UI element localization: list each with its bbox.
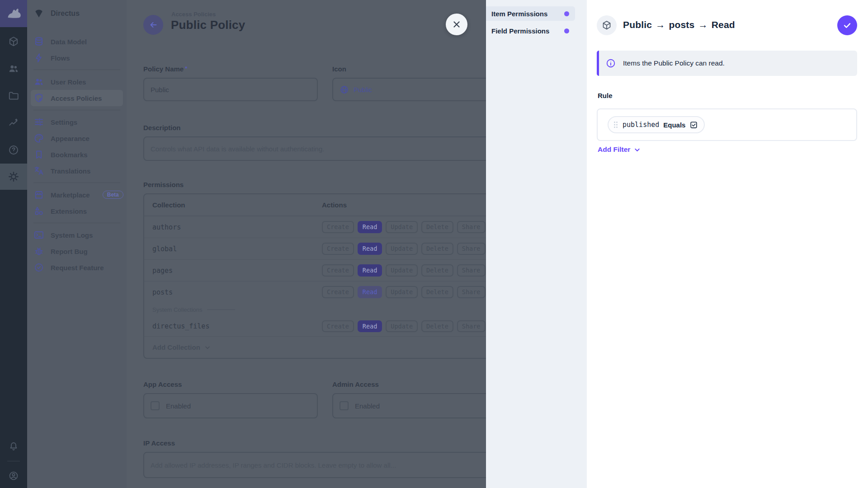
- nav-item-flows[interactable]: Flows: [27, 50, 127, 66]
- update-toggle[interactable]: Update: [386, 221, 418, 233]
- delete-toggle[interactable]: Delete: [421, 264, 453, 276]
- delete-toggle[interactable]: Delete: [421, 286, 453, 298]
- delete-toggle[interactable]: Delete: [421, 320, 453, 332]
- save-button[interactable]: [837, 15, 857, 35]
- tab-field-permissions[interactable]: Field Permissions: [486, 23, 575, 38]
- update-toggle[interactable]: Update: [386, 264, 418, 276]
- collection-name: authors: [152, 223, 322, 231]
- read-toggle[interactable]: Read: [358, 264, 382, 276]
- back-button[interactable]: [143, 15, 163, 35]
- module-content[interactable]: [0, 28, 27, 55]
- create-toggle[interactable]: Create: [322, 320, 354, 332]
- bolt-icon: [33, 52, 44, 63]
- directus-logo[interactable]: [0, 0, 27, 27]
- app-access-label: App Access: [143, 380, 182, 388]
- ip-access-field[interactable]: [143, 452, 506, 478]
- filter-field[interactable]: published: [623, 121, 659, 129]
- nav-item-request-feature[interactable]: Request Feature: [27, 259, 127, 276]
- shield-policy-icon: [33, 93, 44, 103]
- create-toggle[interactable]: Create: [322, 286, 354, 298]
- shapes-icon: [33, 206, 44, 216]
- drawer-title-collection: posts: [669, 19, 694, 30]
- description-field[interactable]: [143, 136, 506, 161]
- insights-icon: [8, 117, 19, 129]
- ip-access-label: IP Access: [143, 439, 175, 447]
- filter-operator[interactable]: Equals: [663, 121, 685, 129]
- checked-checkbox-icon[interactable]: [689, 121, 698, 129]
- add-collection-button[interactable]: Add Collection: [144, 336, 505, 358]
- notifications-button[interactable]: [0, 433, 27, 460]
- nav-item-system-logs[interactable]: System Logs: [27, 227, 127, 243]
- nav-item-label: System Logs: [51, 231, 93, 239]
- update-toggle[interactable]: Update: [386, 286, 418, 298]
- module-users[interactable]: [0, 55, 27, 82]
- filter-pill[interactable]: published Equals: [608, 116, 705, 133]
- icon-field[interactable]: Public: [332, 78, 507, 101]
- project-chooser[interactable]: Directus: [27, 0, 127, 27]
- drag-handle-icon[interactable]: [613, 121, 618, 129]
- policy-name-input[interactable]: [151, 79, 311, 100]
- collection-name: pages: [152, 267, 322, 275]
- nav-item-appearance[interactable]: Appearance: [27, 130, 127, 146]
- nav-item-translations[interactable]: Translations: [27, 163, 127, 179]
- module-files[interactable]: [0, 82, 27, 109]
- module-insights[interactable]: [0, 109, 27, 136]
- module-list: [0, 28, 27, 190]
- create-toggle[interactable]: Create: [322, 221, 354, 233]
- read-toggle[interactable]: Read: [358, 320, 382, 332]
- ip-access-input[interactable]: [151, 453, 499, 477]
- nav-item-data-model[interactable]: Data Model: [27, 33, 127, 50]
- nav-panel: Directus Data Model Flows User Roles Acc…: [27, 0, 127, 488]
- nav-item-access-policies[interactable]: Access Policies: [31, 90, 123, 106]
- nav-item-label: Extensions: [51, 207, 87, 215]
- project-wedge-icon: [33, 8, 44, 19]
- tab-item-permissions[interactable]: Item Permissions: [486, 6, 575, 21]
- nav-item-settings[interactable]: Settings: [27, 114, 127, 130]
- create-toggle[interactable]: Create: [322, 243, 354, 254]
- app-access-checkbox[interactable]: [151, 401, 160, 410]
- drawer-close-button[interactable]: [446, 14, 467, 35]
- breadcrumb[interactable]: Access Policies: [171, 11, 216, 18]
- nav-item-bookmarks[interactable]: Bookmarks: [27, 146, 127, 163]
- share-toggle[interactable]: Share: [457, 264, 486, 276]
- module-bar-bottom: [0, 433, 27, 488]
- update-toggle[interactable]: Update: [386, 320, 418, 332]
- nav-item-marketplace[interactable]: Marketplace Beta: [27, 187, 127, 203]
- nav-item-report-bug[interactable]: Report Bug: [27, 243, 127, 259]
- table-row-posts: posts Create Read Update Delete Share: [144, 281, 505, 303]
- tune-icon: [33, 117, 44, 127]
- action-toggles: Create Read Update Delete Share: [322, 243, 486, 254]
- module-help[interactable]: [0, 136, 27, 164]
- share-toggle[interactable]: Share: [457, 243, 486, 254]
- module-settings[interactable]: [0, 164, 27, 190]
- info-banner-text: Items the Public Policy can read.: [623, 59, 725, 67]
- delete-toggle[interactable]: Delete: [421, 221, 453, 233]
- delete-toggle[interactable]: Delete: [421, 243, 453, 254]
- badge-check-icon: [33, 262, 44, 273]
- nav-item-extensions[interactable]: Extensions: [27, 203, 127, 219]
- read-toggle-editing[interactable]: Read: [358, 286, 382, 298]
- share-toggle[interactable]: Share: [457, 221, 486, 233]
- info-icon: [606, 58, 616, 68]
- policy-name-field[interactable]: [143, 78, 318, 101]
- close-icon: [452, 19, 462, 29]
- update-toggle[interactable]: Update: [386, 243, 418, 254]
- share-toggle[interactable]: Share: [457, 286, 486, 298]
- drawer-sidebar: Item Permissions Field Permissions: [486, 0, 587, 488]
- box-icon: [8, 36, 19, 47]
- nav-list: Data Model Flows User Roles Access Polic…: [27, 27, 127, 276]
- create-toggle[interactable]: Create: [322, 264, 354, 276]
- read-toggle[interactable]: Read: [358, 243, 382, 254]
- storefront-icon: [33, 189, 44, 200]
- share-toggle[interactable]: Share: [457, 320, 486, 332]
- bell-icon: [8, 441, 19, 452]
- admin-access-checkbox[interactable]: [340, 401, 349, 410]
- nav-item-user-roles[interactable]: User Roles: [27, 74, 127, 90]
- status-dot: [564, 11, 569, 16]
- account-button[interactable]: [0, 462, 27, 488]
- add-filter-button[interactable]: Add Filter: [598, 145, 641, 154]
- description-input[interactable]: [151, 137, 499, 160]
- app-access-field: Enabled: [143, 393, 318, 418]
- read-toggle[interactable]: Read: [358, 221, 382, 233]
- terminal-icon: [33, 230, 44, 240]
